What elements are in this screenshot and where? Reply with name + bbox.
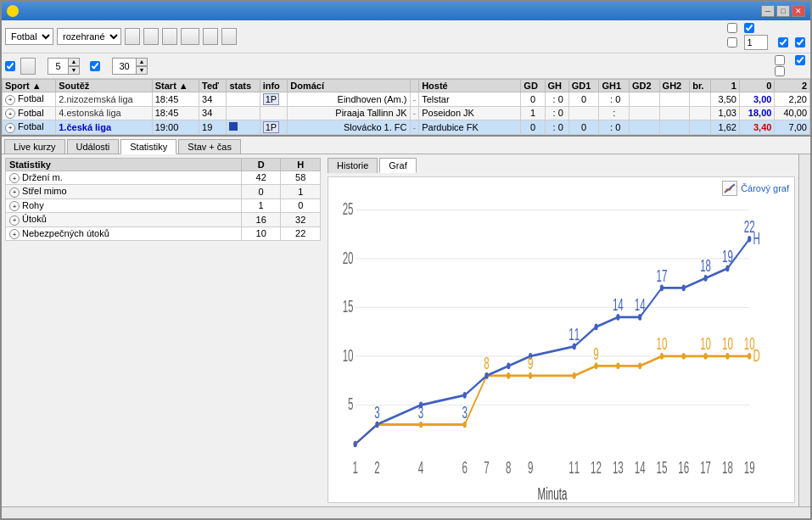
toolbar2: ▲ ▼ ▲ ▼ [2,53,810,79]
col-gh1[interactable]: GH1 [599,80,630,92]
scrollbar-vertical[interactable] [798,154,810,507]
procenta-checkbox-label[interactable] [775,55,787,65]
col-ted[interactable]: Teď [199,80,227,92]
stats-expand[interactable]: + [9,215,20,226]
stats-expand[interactable]: + [9,201,20,211]
s-button[interactable] [181,28,199,45]
col-hoste[interactable]: Hosté [419,80,521,92]
zmena-checkbox[interactable] [727,37,737,48]
expand-btn[interactable]: + [5,95,15,105]
col-k2[interactable]: 2 [775,80,810,92]
nastaveni-button[interactable] [203,28,218,45]
kurzy-r-checkbox-label[interactable] [795,37,807,48]
zapas-button[interactable] [125,28,140,45]
col-k1[interactable]: 1 [710,80,739,92]
statistiky-checkbox-label[interactable] [5,61,17,71]
expand-btn[interactable]: + [5,123,15,133]
detail-tab-live-kurzy[interactable]: Live kurzy [4,139,65,154]
col-info[interactable]: info [260,80,288,92]
col-k0[interactable]: 0 [739,80,774,92]
maximize-button[interactable]: □ [776,5,790,17]
cell-gh2 [659,92,690,107]
kurzy2-checkbox[interactable] [795,55,805,65]
sezon-up[interactable]: ▲ [68,58,80,66]
arrow-button[interactable] [221,28,237,45]
pm-input[interactable] [112,58,136,75]
chart-tab-historie[interactable]: Historie [328,158,378,173]
zmena-checkbox-label[interactable] [727,37,739,48]
podobne-checkbox[interactable] [90,61,100,71]
cell-gh: : 0 [545,92,568,107]
table-row[interactable]: + Fotbal 2.nizozemská liga 18:45 34 1P E… [3,92,810,107]
podobne-checkbox-label[interactable] [90,61,102,71]
kurzy-r-checkbox[interactable] [795,37,805,48]
spocitat-button[interactable] [20,58,36,75]
kurzy-button[interactable] [143,28,159,45]
sezon-down[interactable]: ▼ [68,66,80,75]
cell-k0: 3,40 [739,120,774,135]
svg-point-50 [573,343,576,349]
app-icon [7,5,19,17]
col-br[interactable]: br. [690,80,711,92]
carovy-graf-button[interactable]: Čárový graf [722,181,789,196]
detail-tab-stav-+-čas[interactable]: Stav + čas [178,139,241,154]
col-gh[interactable]: GH [545,80,568,92]
col-stats[interactable]: stats [227,80,260,92]
detail-tab-statistiky[interactable]: Statistiky [120,139,176,154]
svg-text:9: 9 [593,344,598,364]
col-gd2[interactable]: GD2 [629,80,659,92]
stats-d: 42 [241,171,281,185]
detaily-checkbox-label[interactable] [744,23,756,33]
cell-domaci: Eindhoven (Am.) [288,92,410,107]
svg-text:D: D [753,345,759,366]
tipy-r-checkbox-label[interactable] [778,37,790,48]
type-select[interactable]: rozehrané [57,28,121,45]
kurzy2-checkbox-label[interactable] [795,55,807,65]
col-gd1[interactable]: GD1 [568,80,599,92]
pm-spin[interactable]: ▲ ▼ [112,58,148,75]
col-sport[interactable]: Sport ▲ [3,80,56,92]
cell-info [260,106,288,120]
svg-point-40 [703,353,707,360]
scrollbar-horizontal[interactable] [2,506,810,518]
stats-expand[interactable]: + [9,187,20,198]
detaily-checkbox[interactable] [744,23,754,33]
sezon-spin[interactable]: ▲ ▼ [48,58,80,75]
stats-row: + Rohy 1 0 [6,198,321,213]
table-row[interactable]: + Fotbal 4.estonská liga 18:45 34 Piraaj… [3,106,810,120]
sezon-input[interactable] [48,58,68,75]
radit-checkbox[interactable] [727,23,737,33]
stats-col-name: Statistiky [6,158,242,171]
pm-up[interactable]: ▲ [136,58,148,66]
cell-vs: - [410,106,419,120]
col-gh2[interactable]: GH2 [659,80,690,92]
sport-select[interactable]: Fotbal [5,28,53,45]
zmena-input[interactable] [744,35,768,50]
table-row[interactable]: + Fotbal 1.česká liga 19:00 19 1P Slovác… [3,120,810,135]
expand-btn[interactable]: + [5,109,15,119]
pm-down[interactable]: ▼ [136,66,148,75]
tipy-button[interactable] [162,28,177,45]
col-start[interactable]: Start ▲ [152,80,199,92]
statistiky-checkbox[interactable] [5,61,15,71]
chart-tab-graf[interactable]: Graf [379,158,416,173]
hoste-checkbox[interactable] [775,66,785,76]
procenta-checkbox[interactable] [775,55,785,65]
stats-h: 1 [281,185,321,199]
svg-point-48 [507,362,510,369]
tipy-r-checkbox[interactable] [778,37,788,48]
cell-start: 19:00 [152,120,199,135]
hoste-checkbox-label[interactable] [775,66,787,76]
stats-expand[interactable]: + [9,173,20,183]
col-domaci[interactable]: Domácí [288,80,410,92]
col-soutez[interactable]: Soutěž [56,80,152,92]
svg-point-47 [484,372,488,379]
col-gd[interactable]: GD [521,80,545,92]
close-button[interactable]: ✕ [792,5,805,17]
minimize-button[interactable]: ─ [761,5,775,17]
detail-tab-události[interactable]: Události [67,139,120,154]
stats-expand[interactable]: + [9,229,20,239]
stats-table-wrap: Statistiky D H + Držení m. 42 58 + Střel… [2,154,324,507]
svg-text:14: 14 [613,294,624,315]
radit-checkbox-label[interactable] [727,23,739,33]
